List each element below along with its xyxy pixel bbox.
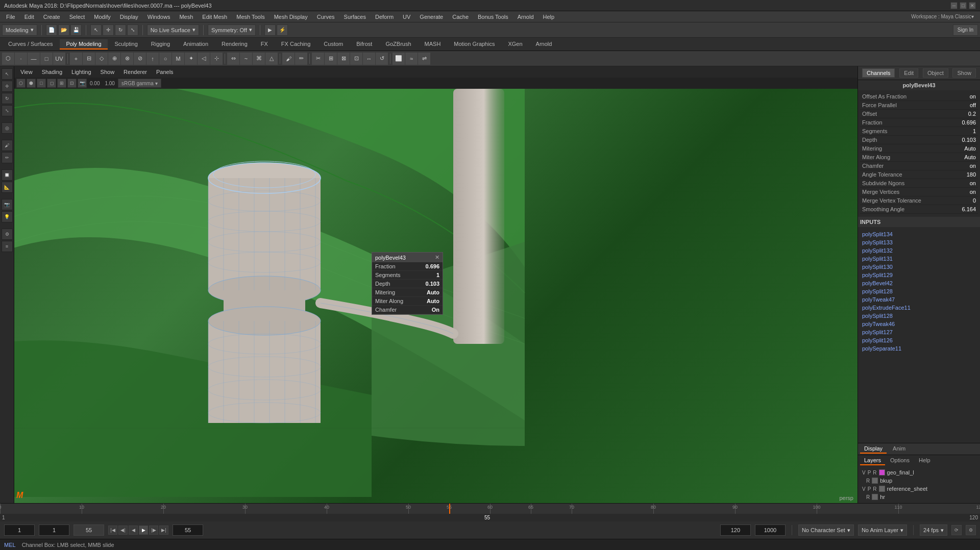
input-polySplit134[interactable]: polySplit134 [860,230,978,238]
menu-mesh[interactable]: Mesh [175,13,197,21]
smooth-btn[interactable]: ~ [240,53,252,65]
tab-poly-modeling[interactable]: Poly Modeling [60,39,107,49]
rp-layers-tab[interactable]: Layers [860,456,885,465]
rp-tab-object[interactable]: Object [923,68,948,78]
prop-segments[interactable]: Segments1 [860,127,978,136]
menu-mesh-tools[interactable]: Mesh Tools [232,13,268,21]
prop-miter-along[interactable]: Miter AlongAuto [860,153,978,162]
menu-deform[interactable]: Deform [371,13,398,21]
lp-sculpt-btn[interactable]: ✏ [2,152,13,163]
lp-options-btn[interactable]: ⚙ [2,229,13,240]
vp-menu-renderer[interactable]: Renderer [119,68,151,76]
prop-fraction[interactable]: Fraction0.696 [860,118,978,127]
tab-bifrost[interactable]: Bifrost [350,39,378,49]
fps-dropdown[interactable]: 24 fps▾ [920,524,947,536]
step-forward-btn[interactable]: |▶ [149,526,158,535]
open-scene-button[interactable]: 📂 [58,24,69,36]
remesh-btn[interactable]: ⌘ [253,53,265,65]
vp-menu-lighting[interactable]: Lighting [67,68,95,76]
lp-light-btn[interactable]: 💡 [2,211,13,222]
lp-camera-btn[interactable]: 📷 [2,199,13,210]
vertex-mode-btn[interactable]: · [15,53,27,65]
rp-scroll-area[interactable]: Offset As FractiononForce ParalleloffOff… [858,90,980,443]
rp-tab-edit[interactable]: Edit [899,68,918,78]
relax-btn[interactable]: ≈ [405,53,418,65]
merge-btn[interactable]: M [172,53,184,65]
vp-tb-5[interactable]: ⊞ [57,79,66,88]
go-to-end-btn[interactable]: ▶| [159,526,168,535]
prop-depth[interactable]: Depth0.103 [860,136,978,144]
menu-edit[interactable]: Edit [20,13,38,21]
current-frame-field[interactable]: 55 [173,524,203,536]
prop-chamfer[interactable]: Chamferon [860,162,978,170]
minimize-button[interactable]: ─ [950,2,958,9]
menu-modify[interactable]: Modify [90,13,114,21]
input-polySplit129[interactable]: polySplit129 [860,271,978,279]
lp-select-btn[interactable]: ↖ [2,68,13,80]
close-button[interactable]: ✕ [969,2,976,9]
combine-btn[interactable]: ⊗ [121,53,133,65]
input-polySplit131[interactable]: polySplit131 [860,255,978,263]
menu-surfaces[interactable]: Surfaces [340,13,370,21]
reduce-btn[interactable]: △ [265,53,278,65]
tab-animation[interactable]: Animation [177,39,214,49]
go-to-start-btn[interactable]: |◀ [108,526,117,535]
vp-tb-camera[interactable]: 📷 [78,79,87,88]
tab-curves-surfaces[interactable]: Curves / Surfaces [2,39,59,49]
input-polyTweak46[interactable]: polyTweak46 [860,320,978,328]
workspace-label[interactable]: Workspace : Maya Classic▾ [907,13,978,20]
edge-mode-btn[interactable]: — [28,53,40,65]
timeline-ruler[interactable]: 01020304050556065708090100110120 [0,504,980,514]
input-polySeparate11[interactable]: polySeparate11 [860,344,978,353]
rp-help-tab[interactable]: Help [915,456,935,465]
menu-windows[interactable]: Windows [143,13,175,21]
layer-item-geo[interactable]: V P R geo_final_l [860,468,978,477]
uv-mode-btn[interactable]: UV [53,53,65,65]
menu-select[interactable]: Select [65,13,89,21]
menu-bonus-tools[interactable]: Bonus Tools [474,13,512,21]
tab-motion-graphics[interactable]: Motion Graphics [448,39,501,49]
tab-mash[interactable]: MASH [419,39,447,49]
new-scene-button[interactable]: 📄 [46,24,57,36]
sculpt-btn[interactable]: ✏ [295,53,307,65]
mirror-btn[interactable]: ⇔ [227,53,239,65]
rotate-tool-button[interactable]: ↻ [115,24,126,36]
input-polySplit126[interactable]: polySplit126 [860,336,978,344]
no-anim-layer-dropdown[interactable]: No Anim Layer▾ [858,524,907,536]
tab-fx[interactable]: FX [255,39,274,49]
preferences-btn[interactable]: ⚙ [966,525,976,535]
menu-create[interactable]: Create [39,13,64,21]
vp-menu-panels[interactable]: Panels [152,68,178,76]
lp-scale-btn[interactable]: ⤡ [2,105,13,116]
move-tool-button[interactable]: ✛ [103,24,114,36]
vp-tb-6[interactable]: ⊡ [67,79,77,88]
rp-tab-channels[interactable]: Channels [862,68,895,78]
tab-xgen[interactable]: XGen [502,39,528,49]
menu-arnold[interactable]: Arnold [513,13,538,21]
bridge-btn[interactable]: ⊟ [83,53,95,65]
menu-generate[interactable]: Generate [415,13,447,21]
spin-edge-btn[interactable]: ↺ [376,53,388,65]
sign-in-button[interactable]: Sign In [953,24,978,36]
wedge-btn[interactable]: ◁ [198,53,210,65]
step-back-btn[interactable]: ◀| [118,526,128,535]
lp-paint-btn[interactable]: 🖌 [2,140,13,151]
tab-rigging[interactable]: Rigging [145,39,176,49]
bevel-btn[interactable]: ◇ [95,53,108,65]
vp-tb-3[interactable]: □ [37,79,46,88]
layer-item-ref[interactable]: V P R reference_sheet [860,485,978,493]
layer-item-hr[interactable]: R hr [860,493,978,501]
vp-color-space[interactable]: sRGB gamma ▾ [118,79,161,88]
render-button[interactable]: ▶ [264,24,276,36]
menu-help[interactable]: Help [539,13,559,21]
prop-angle-tolerance[interactable]: Angle Tolerance180 [860,170,978,179]
slide-edge-btn[interactable]: ↔ [363,53,375,65]
live-surface-dropdown[interactable]: No Live Surface▾ [147,24,199,36]
menu-edit-mesh[interactable]: Edit Mesh [198,13,231,21]
tab-rendering[interactable]: Rendering [215,39,254,49]
playback-end-field[interactable]: 120 [720,524,751,536]
symmetrize-btn[interactable]: ⇌ [418,53,430,65]
viewport[interactable]: View Shading Lighting Show Renderer Pane… [14,66,857,503]
menu-mesh-display[interactable]: Mesh Display [270,13,312,21]
connect-btn[interactable]: ⊞ [325,53,337,65]
